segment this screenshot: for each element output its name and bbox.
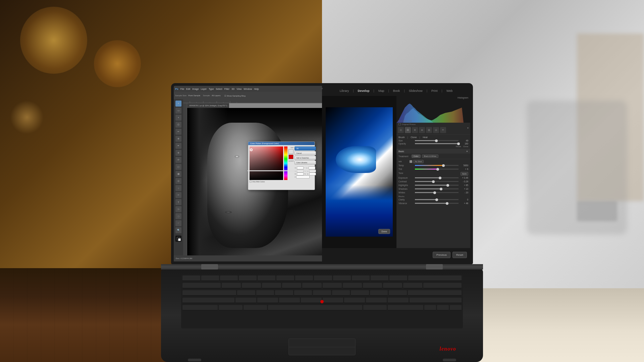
reset-brush-label[interactable]: Reset <box>456 145 461 147</box>
basic-section-header[interactable]: Basic ▼ <box>396 149 470 154</box>
cp-gradient-box[interactable] <box>250 146 283 180</box>
temp-thumb[interactable] <box>442 164 445 167</box>
ps-menu-select[interactable]: Select <box>216 88 222 90</box>
ps-tool-gradient[interactable]: ▦ <box>175 171 181 177</box>
key[interactable] <box>351 290 369 296</box>
key-ctrl[interactable] <box>182 305 218 310</box>
highlights-thumb[interactable] <box>446 184 449 187</box>
key-fn[interactable] <box>219 305 242 310</box>
ps-menu-help[interactable]: Help <box>254 88 259 90</box>
lr-tool-brush-adj[interactable]: ✒ <box>440 127 446 133</box>
key[interactable] <box>301 298 322 303</box>
key[interactable] <box>201 276 219 281</box>
key[interactable] <box>235 298 256 303</box>
key[interactable] <box>276 276 294 281</box>
ps-tool-brush[interactable]: ✒ <box>175 143 181 149</box>
trackpoint[interactable] <box>320 300 324 303</box>
highlights-slider[interactable] <box>415 185 459 186</box>
lr-tool-crop[interactable]: ⊡ <box>405 127 411 133</box>
ps-tool-move[interactable]: ✦ <box>175 101 181 107</box>
wb-preset[interactable]: As Shot <box>413 160 424 163</box>
wb-eyedropper[interactable] <box>410 160 412 163</box>
key[interactable] <box>332 290 350 296</box>
lr-nav-web[interactable]: Web <box>446 89 452 93</box>
ps-menu-edit[interactable]: Edit <box>186 88 190 90</box>
key-alt[interactable] <box>244 305 267 310</box>
key[interactable] <box>323 298 343 303</box>
lr-nav-book[interactable]: Book <box>393 89 400 93</box>
key[interactable] <box>302 283 321 288</box>
ps-tool-blur[interactable]: ◎ <box>175 178 181 184</box>
original-photos-checkbox[interactable] <box>398 123 401 125</box>
lr-nav-develop[interactable]: Develop <box>358 89 370 93</box>
heal-label[interactable]: Heal <box>423 136 427 138</box>
exposure-thumb[interactable] <box>439 177 441 179</box>
key[interactable] <box>403 283 422 288</box>
key[interactable] <box>314 276 332 281</box>
key-space[interactable] <box>268 305 362 310</box>
ps-tool-heal[interactable]: ⊕ <box>175 136 181 142</box>
ps-tool-pen[interactable]: ✑ <box>175 192 181 198</box>
ps-tool-lasso[interactable]: ⌖ <box>175 115 181 121</box>
key-tab[interactable] <box>182 283 221 288</box>
ps-menu-3d[interactable]: 3D <box>231 88 234 90</box>
ps-menu-layer[interactable]: Layer <box>201 88 207 90</box>
key[interactable] <box>389 276 407 281</box>
close-brush-label[interactable]: Close <box>463 145 468 147</box>
ps-doc-tab[interactable]: XR4007B 1 pt @ 33% (Inklight, Gray/75°*) <box>187 103 229 108</box>
key[interactable] <box>383 283 402 288</box>
cp-cancel-button[interactable]: Cancel <box>294 151 316 155</box>
key[interactable] <box>182 276 200 281</box>
exposure-slider[interactable] <box>415 177 459 178</box>
ps-tool-shape[interactable]: □ <box>175 213 181 219</box>
key-right[interactable] <box>450 305 462 310</box>
ps-menu-image[interactable]: Image <box>192 88 199 90</box>
ps-tool-eraser[interactable]: ◻ <box>175 164 181 170</box>
ps-menu-filter[interactable]: Filter <box>224 88 230 90</box>
key[interactable] <box>256 290 274 296</box>
ps-menu-file[interactable]: File <box>180 88 184 90</box>
key[interactable] <box>220 276 238 281</box>
key[interactable] <box>275 290 293 296</box>
lr-nav-library[interactable]: Library <box>340 89 349 93</box>
tint-thumb[interactable] <box>436 168 439 171</box>
cp-b-field[interactable] <box>297 173 304 175</box>
key[interactable] <box>239 276 257 281</box>
lr-nav-map[interactable]: Map <box>378 89 384 93</box>
key[interactable] <box>333 276 351 281</box>
key[interactable] <box>366 298 387 303</box>
ps-menu-type[interactable]: Type <box>209 88 214 90</box>
key[interactable] <box>282 283 301 288</box>
key[interactable] <box>389 290 407 296</box>
vibrance-slider[interactable] <box>415 203 459 204</box>
key-enter-top[interactable] <box>423 283 462 288</box>
cp-web-checkbox[interactable] <box>250 181 252 183</box>
lr-nav-print[interactable]: Print <box>431 89 438 93</box>
ps-tool-history[interactable]: ⟳ <box>175 157 181 163</box>
whites-slider[interactable] <box>415 192 459 193</box>
ps-all-layers[interactable]: All Layers <box>212 95 220 97</box>
cp-hex-field[interactable] <box>296 176 310 178</box>
auto-btn[interactable]: Auto <box>461 172 468 176</box>
lr-tool-radial[interactable]: ◎ <box>433 127 439 133</box>
ps-menu-window[interactable]: Window <box>244 88 252 90</box>
size-slider[interactable] <box>415 140 459 141</box>
lr-tool-heal[interactable]: ⊕ <box>412 127 418 133</box>
ps-menu-view[interactable]: View <box>236 88 241 90</box>
lr-nav-slideshow[interactable]: Slideshow <box>409 89 423 93</box>
ps-sample-point[interactable]: Point Sample <box>188 95 200 97</box>
cp-b2-field[interactable] <box>309 173 316 175</box>
opacity-slider[interactable] <box>415 143 459 144</box>
ps-tool-stamp[interactable]: ⊛ <box>175 150 181 156</box>
trackpad[interactable] <box>288 339 356 355</box>
key[interactable] <box>262 283 281 288</box>
ps-fg-color[interactable] <box>175 236 181 242</box>
cp-ok-button[interactable]: OK <box>294 146 316 150</box>
ps-tool-path[interactable]: ▷ <box>175 206 181 212</box>
key[interactable] <box>352 276 370 281</box>
size-thumb[interactable] <box>435 139 438 142</box>
cp-add-swatch-button[interactable]: Add to Swatches <box>294 156 316 160</box>
contrast-slider[interactable] <box>415 181 459 182</box>
key-lshift[interactable] <box>182 298 234 303</box>
key[interactable] <box>294 290 312 296</box>
